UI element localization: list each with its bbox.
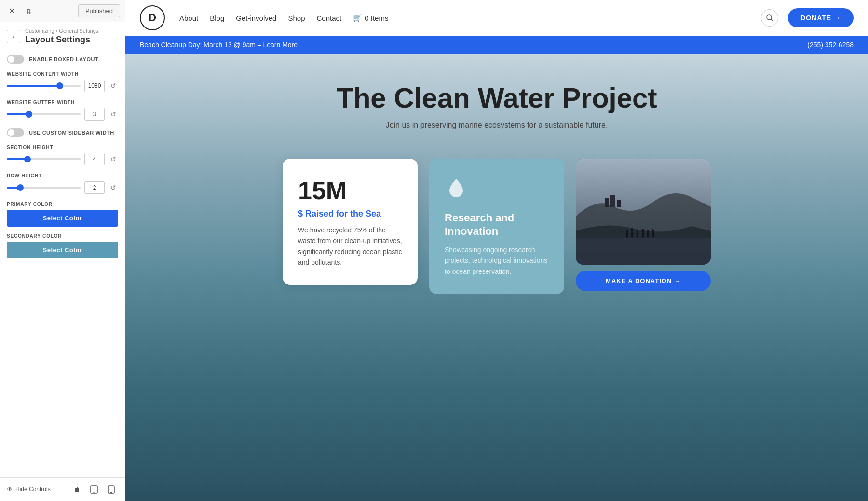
mobile-view-button[interactable] [105,483,118,496]
sidebar-width-label: USE CUSTOM SIDEBAR WIDTH [29,130,114,135]
row-height-reset[interactable]: ↺ [108,183,118,192]
nav-links: About Blog Get-involved Shop Contact 🛒 0… [179,14,756,22]
gutter-width-value[interactable]: 3 [84,108,105,121]
sidebar-width-toggle[interactable] [7,128,24,137]
back-button[interactable]: ‹ [7,30,20,43]
primary-color-label: PRIMARY COLOR [7,202,118,207]
svg-rect-11 [626,230,628,238]
close-button[interactable]: ✕ [5,4,18,18]
content-width-label: WEBSITE CONTENT WIDTH [7,71,118,77]
section-height-value[interactable]: 4 [84,153,105,165]
hero-content: The Clean Water Project Join us in prese… [125,54,868,149]
secondary-color-button[interactable]: Select Color [7,242,118,258]
desktop-view-button[interactable]: 🖥 [70,483,83,496]
breadcrumb-area: Customizing › General Settings Layout Se… [25,28,98,45]
nav-link-contact[interactable]: Contact [317,14,342,22]
hide-controls-label: Hide Controls [15,486,51,493]
hide-controls-button[interactable]: 👁 Hide Controls [7,486,51,493]
content-width-reset[interactable]: ↺ [108,81,118,91]
announcement-text: Beach Cleanup Day: March 13 @ 9am – Lear… [140,41,298,49]
row-height-value[interactable]: 2 [84,181,105,194]
section-height-label: SECTION HEIGHT [7,145,118,150]
nav-link-blog[interactable]: Blog [210,14,224,22]
make-donation-button[interactable]: MAKE A DONATION → [576,271,711,291]
announcement-phone: (255) 352-6258 [807,41,854,49]
content-width-fill [7,85,60,87]
announcement-bar: Beach Cleanup Day: March 13 @ 9am – Lear… [125,36,868,54]
content-width-group: WEBSITE CONTENT WIDTH 1080 ↺ [7,71,118,92]
page-title: Layout Settings [25,35,98,45]
nav-link-about[interactable]: About [179,14,198,22]
customizer-panel: ✕ ⇅ Published ‹ Customizing › General Se… [0,0,125,501]
gutter-width-reset[interactable]: ↺ [108,109,118,119]
image-card: MAKE A DONATION → [576,159,711,291]
boxed-layout-label: ENABLE BOXED LAYOUT [29,56,98,62]
section-height-reset[interactable]: ↺ [108,154,118,164]
row-height-label: ROW HEIGHT [7,173,118,178]
svg-rect-8 [605,198,609,207]
breadcrumb-general-settings: General Settings [59,28,98,34]
card-raised-title: $ Raised for the Sea [298,209,402,219]
row-height-group: ROW HEIGHT 2 ↺ [7,173,118,194]
sort-button[interactable]: ⇅ [22,4,36,18]
row-height-slider-row: 2 ↺ [7,181,118,194]
panel-header: ✕ ⇅ Published [0,0,125,22]
card-photo [576,159,711,265]
tablet-view-button[interactable] [87,483,101,496]
svg-rect-9 [610,195,615,207]
breadcrumb-customizing: Customizing [25,28,54,34]
gutter-width-thumb[interactable] [26,111,32,118]
section-height-group: SECTION HEIGHT 4 ↺ [7,145,118,165]
secondary-color-label: SECONDARY COLOR [7,233,118,239]
content-width-slider-row: 1080 ↺ [7,80,118,92]
nav-link-get-involved[interactable]: Get-involved [236,14,276,22]
research-card-title: Research and Innovation [445,211,549,239]
section-height-track[interactable] [7,158,81,160]
gutter-width-group: WEBSITE GUTTER WIDTH 3 ↺ [7,100,118,121]
content-width-value[interactable]: 1080 [84,80,105,92]
nav-link-cart[interactable]: 🛒 0 Items [353,14,388,22]
section-height-thumb[interactable] [24,156,31,162]
breadcrumb-separator: › [56,28,58,34]
gutter-width-slider-row: 3 ↺ [7,108,118,121]
cart-items-count: 0 Items [365,14,388,22]
primary-color-button[interactable]: Select Color [7,210,118,227]
cart-icon: 🛒 [353,14,362,22]
water-drop-icon [445,176,549,203]
hero-subtitle: Join us in preserving marine ecosystems … [386,121,608,130]
gutter-width-label: WEBSITE GUTTER WIDTH [7,100,118,105]
panel-content: ENABLE BOXED LAYOUT WEBSITE CONTENT WIDT… [0,48,125,477]
secondary-color-group: SECONDARY COLOR Select Color [7,233,118,258]
svg-rect-12 [631,228,633,238]
svg-rect-7 [576,238,711,265]
content-width-thumb[interactable] [56,82,63,89]
svg-rect-16 [652,229,654,238]
card-body-1: We have recycled 75% of the waste from o… [298,225,402,268]
main-preview-area: D About Blog Get-involved Shop Contact 🛒… [125,0,868,501]
search-button[interactable] [761,9,778,27]
breadcrumb: Customizing › General Settings [25,28,98,34]
svg-rect-3 [110,492,112,493]
nav-link-shop[interactable]: Shop [288,14,305,22]
site-logo: D [140,5,165,30]
announcement-message: Beach Cleanup Day: March 13 @ 9am – [140,41,261,49]
content-width-track[interactable] [7,85,81,87]
card-stat: 15M [298,176,402,205]
svg-line-5 [771,19,773,21]
boxed-layout-toggle[interactable] [7,55,24,64]
svg-rect-13 [637,230,638,238]
hero-cards: 15M $ Raised for the Sea We have recycle… [125,159,868,294]
row-height-thumb[interactable] [17,184,24,191]
panel-footer: 👁 Hide Controls 🖥 [0,477,125,501]
published-button[interactable]: Published [78,4,120,17]
gutter-width-track[interactable] [7,113,81,115]
stats-card: 15M $ Raised for the Sea We have recycle… [283,159,418,285]
row-height-track[interactable] [7,187,81,189]
donate-button[interactable]: DONATE → [788,8,854,27]
announcement-link[interactable]: Learn More [263,41,298,49]
hero-section: The Clean Water Project Join us in prese… [125,54,868,501]
section-height-slider-row: 4 ↺ [7,153,118,165]
footer-device-icons: 🖥 [70,483,118,496]
primary-color-group: PRIMARY COLOR Select Color [7,202,118,227]
svg-rect-15 [647,230,649,238]
